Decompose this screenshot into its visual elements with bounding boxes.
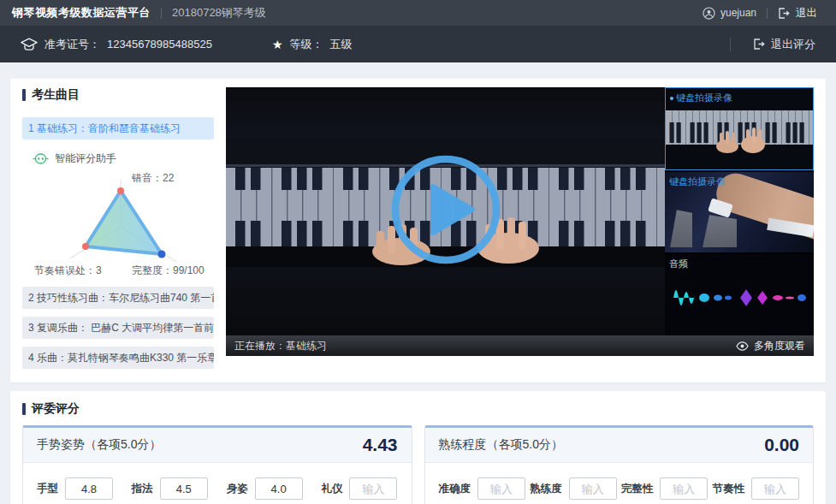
- camera-panel-keyboard-side[interactable]: 键盘拍摄录像: [665, 172, 814, 253]
- admission-number-item: 准考证号： 12345678985488525: [21, 37, 212, 52]
- score-field-etiquette: 礼仪: [321, 477, 397, 500]
- camera-panel-keyboard-top[interactable]: 键盘拍摄录像: [665, 87, 814, 170]
- audio-panel[interactable]: 音频: [665, 254, 814, 335]
- scoring-title: 评委评分: [22, 401, 814, 417]
- score-radar-chart: 错音：22 节奏错误处：3 完整度：99/100: [22, 169, 214, 279]
- score-card-title: 熟练程度（各项5.0分）: [439, 437, 563, 453]
- scoring-title-text: 评委评分: [32, 401, 80, 417]
- candidate-songs-panel: 考生曲目 1 基础练习：音阶和琶音基础练习 智能评分助手: [22, 87, 214, 369]
- accuracy-input[interactable]: [477, 477, 525, 500]
- score-card-proficiency: 熟练程度（各项5.0分） 0.00 准确度 熟练度 完整性: [424, 425, 815, 504]
- video-player: 键盘拍摄录像: [226, 87, 814, 356]
- score-card-header: 熟练程度（各项5.0分） 0.00: [425, 428, 814, 463]
- playlist-title: 考生曲目: [22, 87, 214, 103]
- title-accent-bar: [22, 403, 26, 415]
- score-total: 4.43: [363, 435, 398, 455]
- multi-angle-label: 多角度观看: [754, 339, 805, 353]
- playlist-title-text: 考生曲目: [32, 87, 80, 103]
- level-item: ★ 等级： 五级: [272, 37, 353, 52]
- score-field-posture: 身姿: [227, 477, 303, 500]
- proficiency-input[interactable]: [569, 477, 617, 500]
- camera-panel-label: 键盘拍摄录像: [669, 175, 726, 188]
- active-dot-icon: [670, 97, 673, 100]
- logout-icon: [753, 39, 765, 50]
- score-field-completeness: 完整性: [621, 477, 709, 500]
- radar-svg: [22, 169, 214, 279]
- score-card-header: 手势姿势（各项5.0分） 4.43: [23, 428, 412, 463]
- background-object: [670, 210, 692, 247]
- fingering-input[interactable]: [160, 477, 208, 500]
- exam-info-bar: 准考证号： 12345678985488525 ★ 等级： 五级 退出评分: [0, 26, 836, 62]
- smart-scoring-assistant: 智能评分助手: [22, 151, 214, 166]
- score-field-rhythm: 节奏性: [712, 477, 799, 500]
- radar-label-rhythm-errors: 节奏错误处：3: [34, 264, 102, 278]
- player-status-bar: 正在播放：基础练习 多角度观看: [226, 335, 814, 356]
- etiquette-input[interactable]: [349, 477, 397, 500]
- exit-scoring-label: 退出评分: [771, 37, 815, 52]
- completeness-input[interactable]: [660, 477, 708, 500]
- user-menu[interactable]: yuejuan: [703, 7, 756, 20]
- score-field-fingering: 指法: [132, 477, 208, 500]
- song-item-3[interactable]: 3 复调乐曲： 巴赫C 大调平均律第一首前奏曲: [22, 317, 214, 339]
- graduation-cap-icon: [21, 38, 38, 51]
- title-accent-bar: [22, 89, 26, 101]
- radar-label-completeness: 完整度：99/100: [132, 264, 205, 278]
- hand-shape-input[interactable]: [65, 477, 113, 500]
- robot-icon: [33, 153, 49, 164]
- song-item-1[interactable]: 1 基础练习：音阶和琶音基础练习: [22, 117, 214, 139]
- divider: [161, 8, 162, 19]
- top-navbar: 钢琴视频考级数据运营平台 20180728钢琴考级 yuejuan 退出: [0, 0, 836, 26]
- exit-scoring-button[interactable]: 退出评分: [753, 37, 815, 52]
- assistant-label: 智能评分助手: [55, 151, 116, 166]
- eye-icon: [736, 341, 749, 351]
- song-item-2[interactable]: 2 技巧性练习曲：车尔尼练习曲740 第一首: [22, 287, 214, 309]
- score-total: 0.00: [764, 435, 799, 455]
- audio-panel-label: 音频: [669, 258, 688, 270]
- main-video-view[interactable]: [226, 87, 665, 335]
- song-item-4[interactable]: 4 乐曲：莫扎特钢琴奏鸣曲K330 第一乐章: [22, 347, 214, 369]
- score-field-proficiency: 熟练度: [530, 477, 617, 500]
- score-card-gesture: 手势姿势（各项5.0分） 4.43 手型 指法 身姿: [22, 425, 412, 504]
- exam-playback-card: 考生曲目 1 基础练习：音阶和琶音基础练习 智能评分助手: [10, 79, 826, 382]
- score-field-hand-shape: 手型: [37, 477, 113, 500]
- logout-icon: [778, 8, 790, 19]
- rhythm-input[interactable]: [751, 477, 799, 500]
- admission-number: 12345678985488525: [107, 38, 212, 50]
- camera-panel-label: 键盘拍摄录像: [670, 92, 732, 104]
- background-object: [703, 215, 737, 247]
- score-field-accuracy: 准确度: [439, 477, 526, 500]
- app-title: 钢琴视频考级数据运营平台: [12, 5, 151, 21]
- play-button[interactable]: [388, 152, 503, 270]
- multi-angle-column: 键盘拍摄录像: [665, 87, 814, 335]
- logout-button[interactable]: 退出: [778, 6, 824, 21]
- now-playing-text: 正在播放：基础练习: [234, 339, 327, 353]
- star-icon: ★: [272, 39, 283, 50]
- posture-input[interactable]: [255, 477, 303, 500]
- logout-label: 退出: [796, 6, 817, 21]
- score-card-title: 手势姿势（各项5.0分）: [37, 437, 161, 453]
- divider: [767, 8, 768, 19]
- radar-label-wrong-notes: 错音：22: [132, 171, 174, 186]
- divider: [730, 38, 731, 51]
- admission-label: 准考证号：: [44, 37, 100, 52]
- audio-waveform-graphic: [665, 276, 812, 319]
- judge-scoring-card: 评委评分 手势姿势（各项5.0分） 4.43 手型 指法: [10, 391, 826, 504]
- user-name: yuejuan: [720, 7, 756, 19]
- user-circle-icon: [703, 7, 715, 20]
- multi-angle-button[interactable]: 多角度观看: [736, 339, 805, 353]
- session-name: 20180728钢琴考级: [172, 5, 266, 21]
- level-label: 等级：: [289, 37, 323, 52]
- level-value: 五级: [329, 37, 352, 52]
